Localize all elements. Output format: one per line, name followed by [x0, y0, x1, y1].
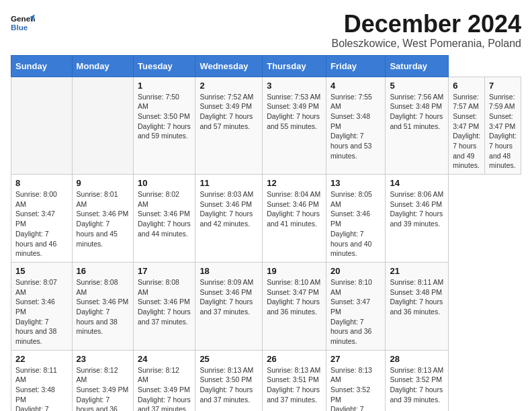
day-info: Sunrise: 8:03 AMSunset: 3:46 PMDaylight:…	[200, 189, 258, 229]
day-number: 16	[77, 266, 129, 276]
day-info: Sunrise: 8:13 AMSunset: 3:52 PMDaylight:…	[330, 365, 381, 411]
day-number: 27	[330, 354, 381, 364]
day-number: 28	[390, 354, 444, 364]
day-number: 17	[138, 266, 191, 276]
day-cell: 6Sunrise: 7:57 AMSunset: 3:47 PMDaylight…	[449, 77, 485, 175]
day-cell: 17Sunrise: 8:08 AMSunset: 3:46 PMDayligh…	[134, 262, 195, 350]
calendar-table: SundayMondayTuesdayWednesdayThursdayFrid…	[11, 55, 521, 411]
day-number: 24	[138, 354, 191, 364]
day-number: 14	[390, 178, 444, 188]
calendar-week-row: 15Sunrise: 8:07 AMSunset: 3:46 PMDayligh…	[11, 262, 521, 350]
day-of-week-header: Sunday	[11, 55, 73, 77]
day-info: Sunrise: 8:10 AMSunset: 3:47 PMDaylight:…	[267, 277, 322, 317]
day-info: Sunrise: 7:52 AMSunset: 3:49 PMDaylight:…	[200, 92, 258, 132]
calendar-header-row: SundayMondayTuesdayWednesdayThursdayFrid…	[11, 55, 521, 77]
logo: General Blue	[11, 11, 35, 35]
day-of-week-header: Monday	[72, 55, 133, 77]
calendar-week-row: 8Sunrise: 8:00 AMSunset: 3:47 PMDaylight…	[11, 175, 521, 263]
day-number: 19	[267, 266, 322, 276]
logo-icon: General Blue	[11, 11, 35, 35]
day-cell: 15Sunrise: 8:07 AMSunset: 3:46 PMDayligh…	[11, 262, 73, 350]
day-cell: 22Sunrise: 8:11 AMSunset: 3:48 PMDayligh…	[11, 350, 73, 411]
day-number: 3	[267, 81, 322, 91]
day-info: Sunrise: 8:01 AMSunset: 3:46 PMDaylight:…	[77, 189, 129, 248]
day-number: 2	[200, 81, 258, 91]
day-cell: 4Sunrise: 7:55 AMSunset: 3:48 PMDaylight…	[326, 77, 386, 175]
day-info: Sunrise: 8:08 AMSunset: 3:46 PMDaylight:…	[138, 277, 191, 326]
day-cell: 5Sunrise: 7:56 AMSunset: 3:48 PMDaylight…	[386, 77, 449, 175]
day-cell: 21Sunrise: 8:11 AMSunset: 3:48 PMDayligh…	[386, 262, 449, 350]
day-number: 8	[15, 178, 68, 188]
day-number: 15	[15, 266, 68, 276]
day-info: Sunrise: 8:00 AMSunset: 3:47 PMDaylight:…	[15, 189, 68, 259]
day-number: 18	[200, 266, 258, 276]
day-number: 13	[330, 178, 381, 188]
day-of-week-header: Friday	[326, 55, 386, 77]
day-info: Sunrise: 8:13 AMSunset: 3:51 PMDaylight:…	[267, 365, 322, 405]
day-info: Sunrise: 8:09 AMSunset: 3:46 PMDaylight:…	[200, 277, 258, 317]
day-cell: 11Sunrise: 8:03 AMSunset: 3:46 PMDayligh…	[195, 175, 263, 263]
svg-text:Blue: Blue	[11, 23, 28, 32]
day-number: 9	[77, 178, 129, 188]
day-number: 6	[453, 81, 480, 91]
day-cell: 28Sunrise: 8:13 AMSunset: 3:52 PMDayligh…	[386, 350, 449, 411]
day-number: 12	[267, 178, 322, 188]
calendar-subtitle: Boleszkowice, West Pomerania, Poland	[331, 38, 521, 50]
day-cell: 8Sunrise: 8:00 AMSunset: 3:47 PMDaylight…	[11, 175, 73, 263]
day-info: Sunrise: 7:59 AMSunset: 3:47 PMDaylight:…	[489, 92, 517, 171]
day-cell: 12Sunrise: 8:04 AMSunset: 3:46 PMDayligh…	[263, 175, 326, 263]
day-info: Sunrise: 8:12 AMSunset: 3:49 PMDaylight:…	[77, 365, 129, 411]
day-number: 1	[138, 81, 191, 91]
day-number: 20	[330, 266, 381, 276]
day-info: Sunrise: 8:12 AMSunset: 3:49 PMDaylight:…	[138, 365, 191, 411]
day-of-week-header: Thursday	[263, 55, 326, 77]
day-cell: 19Sunrise: 8:10 AMSunset: 3:47 PMDayligh…	[263, 262, 326, 350]
day-number: 23	[77, 354, 129, 364]
day-cell: 26Sunrise: 8:13 AMSunset: 3:51 PMDayligh…	[263, 350, 326, 411]
day-info: Sunrise: 8:08 AMSunset: 3:46 PMDaylight:…	[77, 277, 129, 336]
day-number: 7	[489, 81, 517, 91]
day-info: Sunrise: 8:06 AMSunset: 3:46 PMDaylight:…	[390, 189, 444, 229]
day-cell: 1Sunrise: 7:50 AMSunset: 3:50 PMDaylight…	[134, 77, 195, 175]
day-number: 10	[138, 178, 191, 188]
calendar-body: 1Sunrise: 7:50 AMSunset: 3:50 PMDaylight…	[11, 77, 521, 411]
day-cell: 16Sunrise: 8:08 AMSunset: 3:46 PMDayligh…	[72, 262, 133, 350]
day-info: Sunrise: 8:02 AMSunset: 3:46 PMDaylight:…	[138, 189, 191, 238]
day-cell: 24Sunrise: 8:12 AMSunset: 3:49 PMDayligh…	[134, 350, 195, 411]
day-info: Sunrise: 7:53 AMSunset: 3:49 PMDaylight:…	[267, 92, 322, 132]
day-of-week-header: Saturday	[386, 55, 449, 77]
day-info: Sunrise: 7:57 AMSunset: 3:47 PMDaylight:…	[453, 92, 480, 171]
empty-day-cell	[72, 77, 133, 175]
day-number: 22	[15, 354, 68, 364]
day-number: 25	[200, 354, 258, 364]
calendar-week-row: 22Sunrise: 8:11 AMSunset: 3:48 PMDayligh…	[11, 350, 521, 411]
day-info: Sunrise: 8:07 AMSunset: 3:46 PMDaylight:…	[15, 277, 68, 347]
day-info: Sunrise: 8:13 AMSunset: 3:52 PMDaylight:…	[390, 365, 444, 405]
day-info: Sunrise: 8:13 AMSunset: 3:50 PMDaylight:…	[200, 365, 258, 405]
day-cell: 3Sunrise: 7:53 AMSunset: 3:49 PMDaylight…	[263, 77, 326, 175]
day-info: Sunrise: 7:55 AMSunset: 3:48 PMDaylight:…	[330, 92, 381, 161]
day-cell: 27Sunrise: 8:13 AMSunset: 3:52 PMDayligh…	[326, 350, 386, 411]
empty-day-cell	[11, 77, 73, 175]
title-block: December 2024 Boleszkowice, West Pomeran…	[331, 11, 521, 50]
day-cell: 20Sunrise: 8:10 AMSunset: 3:47 PMDayligh…	[326, 262, 386, 350]
day-number: 4	[330, 81, 381, 91]
day-number: 11	[200, 178, 258, 188]
day-cell: 7Sunrise: 7:59 AMSunset: 3:47 PMDaylight…	[485, 77, 521, 175]
day-cell: 14Sunrise: 8:06 AMSunset: 3:46 PMDayligh…	[386, 175, 449, 263]
day-info: Sunrise: 7:50 AMSunset: 3:50 PMDaylight:…	[138, 92, 191, 141]
day-info: Sunrise: 8:04 AMSunset: 3:46 PMDaylight:…	[267, 189, 322, 229]
day-cell: 13Sunrise: 8:05 AMSunset: 3:46 PMDayligh…	[326, 175, 386, 263]
calendar-week-row: 1Sunrise: 7:50 AMSunset: 3:50 PMDaylight…	[11, 77, 521, 175]
day-cell: 2Sunrise: 7:52 AMSunset: 3:49 PMDaylight…	[195, 77, 263, 175]
day-info: Sunrise: 8:11 AMSunset: 3:48 PMDaylight:…	[15, 365, 68, 411]
day-info: Sunrise: 8:10 AMSunset: 3:47 PMDaylight:…	[330, 277, 381, 347]
day-cell: 9Sunrise: 8:01 AMSunset: 3:46 PMDaylight…	[72, 175, 133, 263]
day-cell: 10Sunrise: 8:02 AMSunset: 3:46 PMDayligh…	[134, 175, 195, 263]
day-cell: 18Sunrise: 8:09 AMSunset: 3:46 PMDayligh…	[195, 262, 263, 350]
day-cell: 25Sunrise: 8:13 AMSunset: 3:50 PMDayligh…	[195, 350, 263, 411]
calendar-title: December 2024	[331, 11, 521, 38]
day-info: Sunrise: 7:56 AMSunset: 3:48 PMDaylight:…	[390, 92, 444, 132]
day-of-week-header: Wednesday	[195, 55, 263, 77]
day-cell: 23Sunrise: 8:12 AMSunset: 3:49 PMDayligh…	[72, 350, 133, 411]
